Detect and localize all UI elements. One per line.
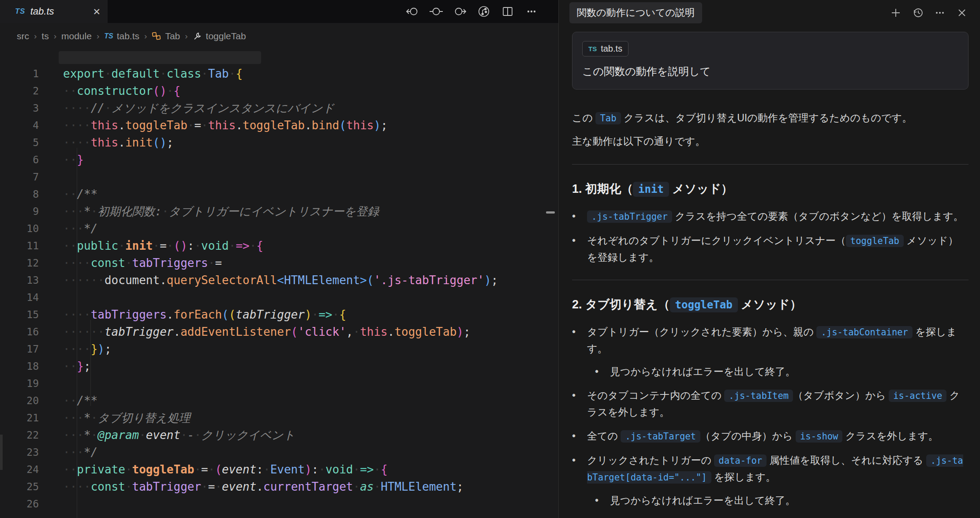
run-or-debug-icon[interactable]	[477, 5, 490, 18]
line-number[interactable]: 10	[0, 220, 39, 237]
code-line[interactable]: 13······document.querySelectorAll<HTMLEl…	[0, 272, 558, 289]
code-token: ····	[63, 136, 91, 149]
code-token: .	[256, 480, 263, 493]
line-number[interactable]: 5	[0, 134, 39, 151]
code-token: ··	[63, 360, 77, 373]
line-number[interactable]: 22	[0, 427, 39, 444]
more-actions-icon[interactable]	[525, 5, 538, 18]
code-line[interactable]: 12····const·tabTriggers·=	[0, 255, 558, 272]
line-number[interactable]: 20	[0, 392, 39, 409]
navigate-back-icon[interactable]	[406, 5, 419, 18]
breadcrumb-separator: ›	[54, 31, 56, 41]
line-number[interactable]: 21	[0, 409, 39, 427]
line-number[interactable]: 12	[0, 255, 39, 272]
line-number[interactable]: 2	[0, 83, 39, 100]
bullet-item: •そのタブコンテナ内の全ての .js-tabItem（タブボタン）から is-a…	[572, 387, 969, 420]
code-editor[interactable]: 1export·default·class·Tab·{2··constructo…	[0, 49, 558, 513]
attached-file-chip[interactable]: TS tab.ts	[582, 41, 628, 56]
code-line[interactable]: 1export·default·class·Tab·{	[0, 65, 558, 83]
bullet-marker: •	[572, 452, 587, 486]
code-line[interactable]: 17····});	[0, 341, 558, 358]
code-token: }	[77, 153, 84, 166]
breadcrumb-item-tabts[interactable]: TStab.ts	[104, 31, 139, 41]
line-number[interactable]: 19	[0, 375, 39, 392]
code-token: ()	[153, 136, 167, 149]
code-line[interactable]: 21···*·タブ切り替え処理	[0, 409, 558, 427]
line-number[interactable]: 24	[0, 461, 39, 478]
code-token: )	[374, 119, 381, 132]
line-number[interactable]: 4	[0, 117, 39, 134]
new-chat-icon[interactable]	[889, 6, 902, 19]
tab-close-icon[interactable]: ✕	[93, 7, 101, 16]
line-number[interactable]: 3	[0, 100, 39, 117]
line-number[interactable]: 11	[0, 237, 39, 255]
breadcrumb-item-module[interactable]: module	[61, 31, 92, 41]
code-line[interactable]: 19	[0, 375, 558, 392]
history-icon[interactable]	[911, 6, 924, 19]
code-line[interactable]: 26	[0, 495, 558, 513]
code-line-content: ··constructor()·{	[39, 83, 180, 100]
tab-tab-ts[interactable]: TS tab.ts ✕	[0, 0, 108, 23]
line-number[interactable]: 17	[0, 341, 39, 358]
navigate-current-icon[interactable]	[430, 5, 443, 18]
code-line[interactable]: 25····const·tabTrigger·=·event.currentTa…	[0, 478, 558, 495]
code-token: ··	[63, 239, 77, 252]
code-line[interactable]: 7	[0, 169, 558, 186]
code-line[interactable]: 2··constructor()·{	[0, 83, 558, 100]
code-line[interactable]: 15····tabTriggers.forEach((tabTrigger)·=…	[0, 306, 558, 323]
line-number[interactable]: 18	[0, 358, 39, 375]
code-line[interactable]: 3····//·メソッドをクラスインスタンスにバインド	[0, 100, 558, 117]
split-editor-icon[interactable]	[501, 5, 514, 18]
tab-filename: tab.ts	[30, 6, 88, 17]
code-token: ···	[63, 446, 84, 459]
code-line[interactable]: 24··private·toggleTab·=·(event:·Event):·…	[0, 461, 558, 478]
code-line[interactable]: 8··/**	[0, 186, 558, 203]
line-number[interactable]: 8	[0, 186, 39, 203]
code-line[interactable]: 6··}	[0, 151, 558, 169]
code-line[interactable]: 23···*/	[0, 444, 558, 461]
code-line-content: ···*/	[39, 220, 97, 237]
line-number[interactable]: 9	[0, 203, 39, 220]
code-line[interactable]: 14	[0, 289, 558, 306]
code-token: =>	[236, 239, 249, 252]
code-line[interactable]: 5····this.init();	[0, 134, 558, 151]
code-token: ·	[194, 239, 201, 252]
inline-code: .js-tabTrigger	[587, 210, 672, 223]
section-divider	[572, 164, 969, 165]
code-token: ·	[118, 239, 125, 252]
line-number[interactable]: 26	[0, 495, 39, 513]
code-line[interactable]: 11··public·init·=·():·void·=>·{	[0, 237, 558, 255]
breadcrumb-item-ts[interactable]: ts	[41, 31, 49, 41]
code-token: this	[91, 119, 119, 132]
breadcrumb-item-Tab[interactable]: Tab	[152, 31, 180, 41]
bullet-item: •タブトリガー（クリックされた要素）から、親の .js-tabContainer…	[572, 324, 969, 357]
navigate-forward-icon[interactable]	[453, 5, 467, 18]
code-line[interactable]: 18··};	[0, 358, 558, 375]
line-number[interactable]: 25	[0, 478, 39, 495]
line-number[interactable]: 6	[0, 151, 39, 169]
close-panel-icon[interactable]	[955, 6, 969, 19]
code-line[interactable]: 9···*·初期化関数:·タブトリガーにイベントリスナーを登録	[0, 203, 558, 220]
line-number[interactable]: 7	[0, 169, 39, 186]
breadcrumb-item-src[interactable]: src	[17, 31, 29, 41]
code-token: ··	[63, 188, 77, 201]
breadcrumb-item-toggleTab[interactable]: toggleTab	[193, 31, 246, 41]
code-token: @param	[97, 428, 139, 442]
line-number[interactable]: 14	[0, 289, 39, 306]
code-line[interactable]: 10···*/	[0, 220, 558, 237]
code-line[interactable]: 22···*·@param·event·-·クリックイベント	[0, 427, 558, 444]
line-number[interactable]: 13	[0, 272, 39, 289]
breadcrumb-label: ts	[41, 31, 49, 41]
more-icon[interactable]	[933, 6, 946, 19]
line-number[interactable]: 15	[0, 306, 39, 323]
line-number[interactable]: 1	[0, 65, 39, 83]
code-line-content: ··};	[39, 358, 91, 375]
line-number[interactable]: 23	[0, 444, 39, 461]
code-token: tabTrigger	[105, 325, 174, 338]
code-token: :	[187, 239, 195, 252]
code-line[interactable]: 16······tabTrigger.addEventListener('cli…	[0, 323, 558, 341]
code-line[interactable]: 20··/**	[0, 392, 558, 409]
code-line[interactable]: 4····this.toggleTab·=·this.toggleTab.bin…	[0, 117, 558, 134]
line-number[interactable]: 16	[0, 323, 39, 341]
code-token: void	[201, 239, 229, 252]
